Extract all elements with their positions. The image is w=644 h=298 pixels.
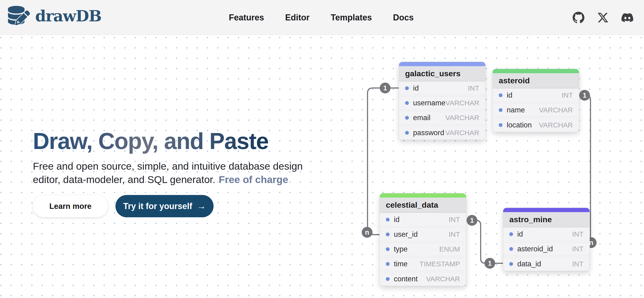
cardinality-badge: 1 [579,90,590,101]
table-field-row: locationVARCHAR [492,118,579,132]
db-table-astro-mine: astro_mine idINT asteroid_idINT data_idI… [503,208,590,271]
cardinality-badge: n [362,227,372,238]
cardinality-badge: 1 [484,258,495,269]
arrow-right-icon: → [197,201,206,211]
try-it-label: Try it for yourself [123,201,192,211]
page-title: Draw, Copy, and Paste [33,128,268,154]
table-field-row: asteroid_idINT [503,242,590,256]
field-dot-icon [386,247,390,251]
cardinality-badge: 1 [380,82,390,94]
field-dot-icon [386,218,390,222]
table-accent-bar [380,193,466,198]
table-accent-bar [492,69,579,73]
nav-link-features[interactable]: Features [229,13,264,22]
field-dot-icon [499,108,502,112]
table-field-row: user_idINT [380,227,466,242]
hero-buttons: Learn more Try it for yourself→ [33,195,214,217]
table-field-row: typeENUM [380,242,466,256]
table-field-row: nameVARCHAR [492,103,579,117]
field-dot-icon [386,277,390,281]
field-dot-icon [509,247,513,251]
brand-logo[interactable]: drawDB [8,5,102,27]
table-name: galactic_users [405,69,460,78]
social-icons [573,0,633,35]
hero-section: Draw, Copy, and Paste Free and open sour… [0,35,644,298]
field-dot-icon [386,262,390,266]
table-accent-bar [399,62,485,66]
discord-icon[interactable] [622,12,633,24]
table-accent-bar [503,208,590,212]
table-name: asteroid [499,76,530,85]
field-dot-icon [509,232,513,236]
nav-link-templates[interactable]: Templates [331,13,372,22]
hero-subtitle-line1: Free and open source, simple, and intuit… [33,160,303,172]
db-table-celestial-data: celestial_data idINT user_idINT typeENUM… [380,193,466,286]
field-dot-icon [499,94,502,97]
x-twitter-icon[interactable] [597,12,609,24]
relationship-line-celestial-astro [466,220,503,263]
field-dot-icon [509,262,513,266]
nav-links: Features Editor Templates Docs [229,0,414,35]
table-field-row: contentVARCHAR [380,272,466,286]
field-dot-icon [405,86,409,90]
free-of-charge-label: Free of charge [219,174,288,185]
cardinality-badge: 1 [466,215,477,226]
brand-name: drawDB [35,7,102,25]
field-dot-icon [386,232,390,236]
table-name: astro_mine [509,215,552,224]
table-field-row: emailVARCHAR [399,111,485,125]
table-field-row: timeTIMESTAMP [380,257,466,271]
table-field-row: usernameVARCHAR [399,96,485,110]
learn-more-button[interactable]: Learn more [33,195,108,217]
table-field-row: idINT [492,88,579,102]
nav-link-docs[interactable]: Docs [393,13,414,22]
hero-subtitle-line2: editor, data-modeler, and SQL generator. [33,174,216,185]
field-dot-icon [499,123,502,127]
hero-subtitle: Free and open source, simple, and intuit… [33,160,303,186]
github-icon[interactable] [573,12,584,24]
database-pencil-icon [8,5,30,27]
field-dot-icon [405,131,409,135]
try-it-button[interactable]: Try it for yourself→ [116,195,214,217]
field-dot-icon [405,116,409,120]
navbar: drawDB Features Editor Templates Docs [0,0,644,35]
nav-link-editor[interactable]: Editor [285,13,310,22]
field-dot-icon [405,101,409,105]
table-field-row: idINT [380,212,466,227]
db-table-galactic-users: galactic_users idINT usernameVARCHAR ema… [399,62,486,140]
db-table-asteroid: asteroid idINT nameVARCHAR locationVARCH… [492,69,579,132]
table-name: celestial_data [386,200,438,210]
table-field-row: passwordVARCHAR [399,126,485,140]
table-field-row: idINT [503,227,590,241]
table-field-row: idINT [399,81,485,95]
table-field-row: data_idINT [503,257,590,271]
